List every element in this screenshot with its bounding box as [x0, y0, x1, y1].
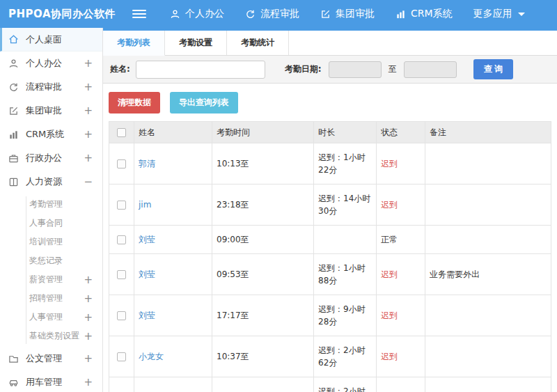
sidebar-subitem-salary[interactable]: 薪资管理 + — [0, 270, 102, 289]
main-content: 考勤列表 考勤设置 考勤统计 姓名: 考勤日期: 至 查 询 清理数据 导出查询… — [103, 28, 557, 392]
sidebar-item-personal-office[interactable]: 个人办公 + — [0, 52, 102, 75]
row-checkbox[interactable] — [117, 270, 126, 279]
table-row: 管理员 10:54至10:54 迟到：2小时90分 早退：7小时10分 迟到/早… — [109, 377, 551, 392]
sidebar-subitem-training[interactable]: 培训管理 — [0, 233, 102, 251]
sidebar-item-process-approval[interactable]: 流程审批 + — [0, 75, 102, 99]
nav-label: 流程审批 — [260, 8, 299, 20]
sidebar-item-crm[interactable]: CRM系统 + — [0, 123, 102, 146]
menu-toggle-icon[interactable] — [132, 8, 146, 20]
nav-more-apps[interactable]: 更多应用 — [473, 8, 525, 20]
briefcase-icon — [8, 152, 19, 164]
attendance-time: 09:00至 — [212, 226, 314, 254]
employee-name-link[interactable]: 刘莹 — [139, 269, 155, 279]
expand-plus-icon[interactable]: + — [84, 330, 95, 343]
sidebar-subitem-category-settings[interactable]: 基础类别设置 + — [0, 327, 102, 345]
expand-plus-icon[interactable]: + — [84, 128, 95, 141]
note — [425, 336, 551, 377]
note — [425, 143, 551, 185]
sidebar-subitem-label: 培训管理 — [29, 236, 95, 248]
caret-down-icon — [518, 13, 525, 16]
sidebar-subitem-label: 招聘管理 — [29, 292, 84, 304]
process-icon — [8, 81, 19, 93]
sidebar-subitem-hr-contract[interactable]: 人事合同 — [0, 214, 102, 233]
hr-submenu: 考勤管理 人事合同 培训管理 奖惩记录 薪资管理 + 招聘管理 + 人事管理 + — [0, 194, 102, 347]
expand-plus-icon[interactable]: + — [84, 81, 95, 93]
expand-plus-icon[interactable]: + — [84, 104, 95, 117]
row-checkbox[interactable] — [117, 201, 126, 210]
sidebar-item-vehicles[interactable]: 用车管理 + — [0, 370, 102, 392]
attendance-time: 17:17至 — [212, 295, 314, 336]
sidebar-item-label: 人力资源 — [26, 175, 84, 188]
name-filter-label: 姓名: — [110, 63, 130, 75]
nav-group-approval[interactable]: 集团审批 — [320, 8, 375, 20]
employee-name-link[interactable]: 刘莹 — [139, 235, 155, 244]
attendance-time: 23:18至 — [212, 185, 314, 226]
date-from-input[interactable] — [329, 61, 382, 78]
row-checkbox[interactable] — [117, 159, 126, 168]
nav-process-approval[interactable]: 流程审批 — [245, 8, 299, 20]
search-button[interactable]: 查 询 — [473, 59, 513, 79]
sidebar-item-label: 集团审批 — [26, 104, 84, 117]
attendance-time: 10:13至 — [212, 143, 314, 185]
duration — [314, 226, 377, 254]
sidebar-item-label: 个人桌面 — [26, 33, 95, 46]
row-checkbox[interactable] — [117, 352, 126, 361]
sidebar-item-label: 公文管理 — [26, 352, 84, 365]
expand-plus-icon[interactable]: + — [84, 311, 95, 324]
expand-plus-icon[interactable]: + — [84, 57, 95, 70]
table-row: 刘莹 17:17至 迟到：9小时28分 迟到 — [109, 295, 551, 336]
sidebar-subitem-recruit[interactable]: 招聘管理 + — [0, 289, 102, 308]
column-header-time: 考勤时间 — [212, 122, 314, 143]
tab-attendance-settings[interactable]: 考勤设置 — [165, 31, 227, 55]
employee-name-link[interactable]: 刘莹 — [139, 311, 155, 320]
employee-name-link[interactable]: 小龙女 — [139, 352, 164, 361]
nav-personal-office[interactable]: 个人办公 — [170, 8, 224, 20]
employee-name-link[interactable]: jim — [139, 200, 151, 210]
sidebar-item-admin-office[interactable]: 行政办公 + — [0, 146, 102, 170]
clear-data-button[interactable]: 清理数据 — [109, 92, 160, 113]
date-to-input[interactable] — [404, 61, 457, 78]
book-icon — [8, 176, 19, 187]
expand-plus-icon[interactable]: + — [84, 152, 95, 164]
attendance-table: 姓名 考勤时间 时长 状态 备注 郭清 10:13至 迟到：1小时22分 迟到 — [109, 121, 551, 392]
duration: 迟到：2小时62分 — [314, 336, 377, 377]
user-icon — [8, 58, 19, 69]
employee-name-link[interactable]: 郭清 — [139, 159, 155, 168]
sidebar-item-documents[interactable]: 公文管理 + — [0, 347, 102, 370]
name-filter-input[interactable] — [136, 61, 265, 79]
sidebar-item-label: 用车管理 — [26, 376, 84, 389]
attendance-time: 09:53至 — [212, 254, 314, 295]
home-icon — [8, 34, 19, 45]
expand-plus-icon[interactable]: + — [84, 292, 95, 305]
document-icon — [8, 353, 19, 364]
sidebar-item-group-approval[interactable]: 集团审批 + — [0, 99, 102, 123]
expand-plus-icon[interactable]: + — [84, 352, 95, 365]
export-list-button[interactable]: 导出查询列表 — [170, 92, 238, 113]
tab-attendance-list[interactable]: 考勤列表 — [103, 31, 165, 56]
nav-crm-system[interactable]: CRM系统 — [395, 8, 453, 20]
table-row: 刘莹 09:00至 正常 — [109, 226, 551, 254]
expand-plus-icon[interactable]: + — [84, 274, 95, 286]
edit-icon — [320, 9, 331, 19]
app-title: PHPOA协同办公软件 — [0, 8, 132, 21]
sidebar-subitem-attendance[interactable]: 考勤管理 — [0, 195, 102, 214]
tab-attendance-stats[interactable]: 考勤统计 — [227, 31, 289, 55]
top-nav: 个人办公 流程审批 集团审批 CRM系统 更多应用 — [170, 8, 546, 20]
sidebar-item-hr[interactable]: 人力资源 − — [0, 170, 102, 194]
nav-label: 集团审批 — [336, 8, 375, 20]
sidebar-subitem-rewards[interactable]: 奖惩记录 — [0, 251, 102, 270]
edit-icon — [8, 105, 19, 116]
process-icon — [245, 9, 256, 19]
status-badge: 迟到 — [377, 185, 425, 226]
nav-label: 更多应用 — [473, 8, 512, 20]
select-all-checkbox[interactable] — [117, 128, 126, 137]
sidebar-subitem-label: 人事合同 — [29, 217, 95, 229]
top-header: PHPOA协同办公软件 个人办公 流程审批 集团审批 CRM系统 更多应用 — [0, 0, 557, 28]
expand-minus-icon[interactable]: − — [84, 175, 95, 188]
sidebar-item-desktop[interactable]: 个人桌面 — [0, 28, 102, 52]
row-checkbox[interactable] — [117, 311, 126, 320]
row-checkbox[interactable] — [117, 235, 126, 244]
note: 业务需要外出 — [425, 254, 551, 295]
expand-plus-icon[interactable]: + — [84, 376, 95, 389]
sidebar-subitem-personnel[interactable]: 人事管理 + — [0, 308, 102, 327]
